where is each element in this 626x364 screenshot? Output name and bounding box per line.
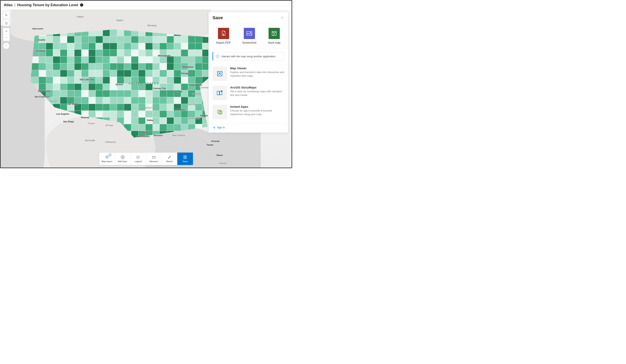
county-cell	[110, 50, 117, 56]
city-label: Milwaukee	[183, 66, 194, 68]
county-cell	[188, 77, 195, 83]
legend-icon	[136, 155, 141, 159]
county-cell	[75, 84, 81, 90]
county-cell	[153, 118, 160, 124]
county-cell	[75, 70, 81, 77]
save-icon	[183, 155, 187, 159]
county-cell	[138, 56, 146, 63]
county-cell	[32, 63, 39, 70]
svg-point-6	[185, 157, 186, 158]
county-cell	[110, 111, 117, 117]
county-cell	[174, 70, 181, 77]
compass-button[interactable]	[3, 43, 9, 49]
county-cell	[89, 63, 96, 70]
city-label: Miami	[217, 154, 223, 156]
county-cell	[60, 84, 67, 90]
county-cell	[146, 63, 153, 70]
county-cell	[195, 50, 202, 56]
save-action-shot[interactable]: Screenshot	[242, 28, 256, 44]
app-desc: Explore and transform data into interact…	[230, 71, 284, 78]
map-title: Housing Tenure by Education Level	[17, 3, 78, 7]
city-label: Denver	[116, 83, 123, 86]
svg-point-3	[137, 157, 137, 158]
panel-header: Save	[208, 12, 288, 23]
toolbar-add-button[interactable]: Add layer	[115, 153, 130, 165]
county-cell	[89, 90, 96, 97]
county-cell	[103, 104, 110, 111]
city-label: Calgary	[76, 15, 84, 18]
city-label: New Orleans	[172, 134, 185, 137]
county-cell	[117, 90, 124, 97]
county-cell	[167, 111, 174, 117]
zoom-in-button[interactable]	[3, 28, 10, 35]
toolbar-measure-button[interactable]: Measure	[146, 153, 162, 165]
county-cell	[146, 97, 153, 104]
county-cell	[117, 36, 124, 43]
savemap-icon	[269, 28, 280, 39]
county-cell	[138, 118, 146, 124]
county-cell	[96, 70, 103, 77]
toolbar-sketch-button[interactable]: Sketch	[162, 153, 177, 165]
county-cell	[67, 43, 74, 50]
county-cell	[124, 118, 131, 124]
county-cell	[124, 43, 131, 50]
county-cell	[60, 90, 67, 97]
county-cell	[146, 50, 153, 56]
info-icon[interactable]: i	[80, 3, 83, 7]
county-cell	[53, 43, 60, 50]
county-cell	[110, 70, 117, 77]
city-label: Orlando	[211, 140, 220, 142]
app-option-story[interactable]: ArcGIS StoryMapsTell a story by combinin…	[213, 83, 284, 103]
county-cell	[188, 111, 195, 117]
zoom-out-button[interactable]	[3, 35, 10, 41]
county-cell	[124, 50, 131, 56]
city-label: Chihuahua	[105, 141, 116, 143]
svg-point-8	[250, 32, 251, 33]
county-cell	[131, 111, 138, 117]
county-cell	[46, 43, 53, 50]
county-cell	[131, 43, 138, 50]
toolbar-layers-button[interactable]: Map layers1	[99, 153, 115, 165]
county-cell	[131, 56, 138, 63]
county-cell	[103, 97, 110, 104]
county-cell	[153, 90, 160, 97]
viewer-icon	[213, 67, 227, 81]
county-cell	[67, 77, 74, 83]
county-cell	[167, 63, 174, 70]
county-cell	[138, 70, 146, 77]
close-icon[interactable]	[280, 16, 284, 20]
toolbar-legend-button[interactable]: Legend	[130, 153, 146, 165]
city-label: Salt Lake City	[80, 78, 94, 81]
county-cell	[195, 36, 202, 43]
county-cell	[117, 63, 124, 70]
county-cell	[124, 104, 131, 111]
county-cell	[167, 70, 174, 77]
county-cell	[96, 36, 103, 43]
county-cell	[96, 90, 103, 97]
county-cell	[131, 36, 138, 43]
home-button[interactable]	[3, 20, 9, 26]
panel-note-text: Interact with the map using another appl…	[222, 55, 276, 58]
toolbar-label: Legend	[134, 160, 142, 162]
county-cell	[60, 43, 67, 50]
county-cell	[110, 29, 117, 36]
toolbar-save-button[interactable]: Save	[177, 153, 193, 165]
county-cell	[146, 43, 153, 50]
county-cell	[167, 90, 174, 97]
sign-in-label: Sign in	[217, 126, 225, 129]
search-button[interactable]	[3, 12, 9, 18]
app-option-viewer[interactable]: Map ViewerExplore and transform data int…	[213, 64, 284, 83]
country-label: UNITED STATES	[129, 82, 159, 85]
save-action-pdf[interactable]: Export PDF	[216, 28, 231, 44]
sign-in-link[interactable]: Sign in	[213, 126, 225, 129]
app-option-instant[interactable]: Instant AppsChoose an app to provide a f…	[213, 103, 284, 122]
county-cell	[174, 111, 181, 117]
svg-rect-9	[272, 32, 276, 36]
county-cell	[60, 56, 67, 63]
county-cell	[103, 29, 110, 36]
county-cell	[160, 63, 167, 70]
county-cell	[67, 36, 74, 43]
county-cell	[75, 56, 81, 63]
save-action-savemap[interactable]: Save map	[268, 28, 280, 44]
county-cell	[153, 36, 160, 43]
